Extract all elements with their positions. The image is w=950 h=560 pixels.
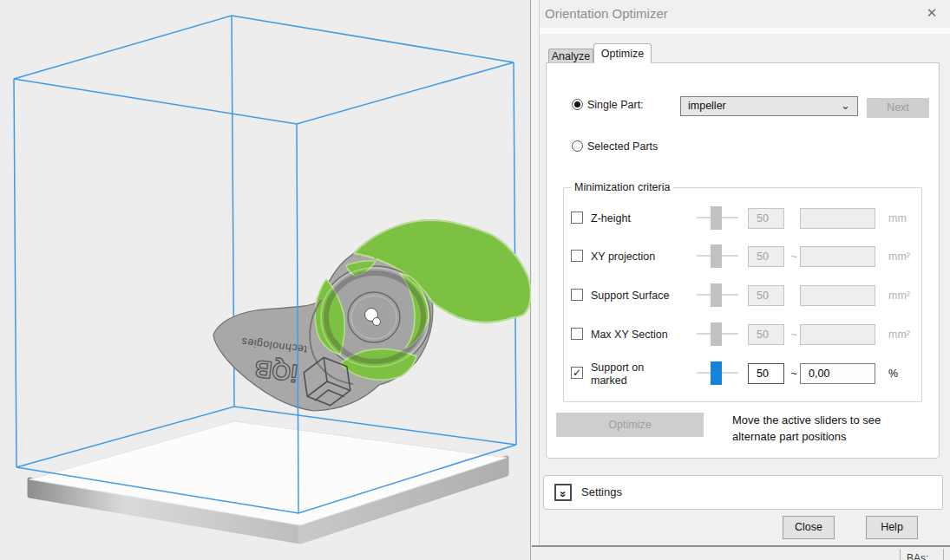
status-separator [900, 549, 901, 560]
support-surface-checkbox[interactable] [571, 289, 583, 301]
app-screen: technologies iQB Orientation Optimizer [0, 0, 950, 560]
range-tilde: ~ [789, 328, 799, 341]
tab-analyze[interactable]: Analyze [548, 49, 593, 63]
slider-value-input: 50 [748, 208, 784, 229]
optimize-tab-page: Single Part: impeller ⌄ Next Selected Pa… [546, 62, 940, 459]
max-xy-section-checkbox[interactable] [571, 328, 583, 340]
slider-value-input: 50 [748, 246, 784, 267]
status-separator [943, 549, 944, 560]
criterion-label: XY projection [591, 251, 664, 264]
viewport-panel-splitter[interactable] [532, 0, 540, 560]
double-chevron-down-icon: » [556, 491, 570, 497]
unit-label: mm [888, 212, 907, 225]
range-value-input [800, 324, 875, 345]
optimize-button: Optimize [556, 413, 704, 437]
unit-label: mm² [888, 329, 910, 341]
range-value-input [800, 246, 875, 267]
settings-label: Settings [581, 485, 622, 498]
range-value-input [800, 208, 875, 229]
slider-thumb[interactable] [711, 361, 722, 385]
criterion-label: Z-height [591, 212, 664, 225]
criterion-label: Support Surface [591, 290, 686, 303]
unit-label: mm² [888, 290, 910, 302]
chevron-down-icon: ⌄ [841, 97, 850, 114]
close-button[interactable]: Close [783, 516, 835, 539]
status-partial-text: BAs: [907, 552, 928, 560]
radio-dot [574, 101, 580, 107]
close-icon[interactable]: ✕ [924, 5, 940, 21]
next-button: Next [867, 98, 929, 118]
settings-section: » Settings [543, 475, 943, 510]
slider-thumb [711, 322, 722, 346]
slider-thumb [711, 283, 722, 307]
single-part-radio[interactable] [572, 99, 583, 110]
slider-thumb [711, 244, 722, 268]
settings-expand-button[interactable]: » [554, 484, 572, 501]
engraving-brand: iQB [253, 355, 299, 387]
support-on-marked-slider[interactable] [697, 355, 738, 393]
orientation-optimizer-dialog: Orientation Optimizer ✕ Analyze Optimize… [540, 0, 950, 547]
criterion-row-xy-projection: XY projection 50 ~ mm² [564, 238, 921, 276]
range-value-input[interactable]: 0,00 [800, 363, 875, 384]
criterion-row-max-xy-section: Max XY Section 50 ~ mm² [564, 316, 921, 354]
help-button[interactable]: Help [866, 516, 918, 539]
criterion-row-support-on-marked: ✓ Support on marked 50 ~ 0,00 % [564, 355, 921, 393]
criterion-label: Max XY Section [591, 329, 686, 342]
criterion-row-z-height: Z-height 50 mm [564, 199, 921, 238]
dialog-title: Orientation Optimizer [545, 6, 668, 21]
part-dropdown[interactable]: impeller ⌄ [680, 96, 858, 116]
unit-label: % [888, 368, 898, 380]
slider-thumb [711, 206, 722, 230]
xy-projection-slider [697, 238, 738, 276]
group-label: Minimization criteria [571, 181, 673, 193]
slider-value-input: 50 [748, 324, 784, 345]
selected-parts-radio[interactable] [572, 140, 583, 152]
unit-label: mm² [888, 251, 910, 263]
support-surface-slider [697, 277, 738, 315]
xy-projection-checkbox[interactable] [571, 250, 583, 262]
criterion-row-support-surface: Support Surface 50 mm² [564, 277, 921, 315]
hint-line-1: Move the active sliders to see [732, 412, 881, 428]
hint-line-2: alternate part positions [732, 428, 881, 445]
range-value-input [800, 285, 875, 306]
range-tilde: ~ [789, 367, 799, 380]
z-height-checkbox[interactable] [571, 212, 583, 224]
status-bar: BAs: [532, 547, 950, 560]
support-on-marked-checkbox[interactable]: ✓ [571, 367, 583, 379]
range-tilde: ~ [789, 250, 799, 263]
z-height-slider [697, 199, 738, 238]
part-dropdown-value: impeller [688, 100, 726, 112]
slider-value-input[interactable]: 50 [748, 363, 784, 384]
criterion-label: Support on marked [591, 361, 655, 387]
slider-value-input: 50 [748, 285, 784, 306]
max-xy-section-slider [697, 316, 738, 354]
3d-scene[interactable]: technologies iQB [0, 0, 531, 560]
optimize-hint-text: Move the active sliders to see alternate… [732, 412, 881, 445]
3d-viewport[interactable]: technologies iQB [0, 0, 531, 560]
tab-optimize[interactable]: Optimize [593, 43, 652, 63]
selected-parts-label[interactable]: Selected Parts [587, 140, 658, 153]
single-part-label[interactable]: Single Part: [587, 99, 644, 111]
impeller-part[interactable]: technologies iQB [213, 220, 531, 411]
minimization-criteria-group: Minimization criteria Z-height 50 mm XY … [563, 187, 922, 402]
title-separator [540, 28, 950, 34]
